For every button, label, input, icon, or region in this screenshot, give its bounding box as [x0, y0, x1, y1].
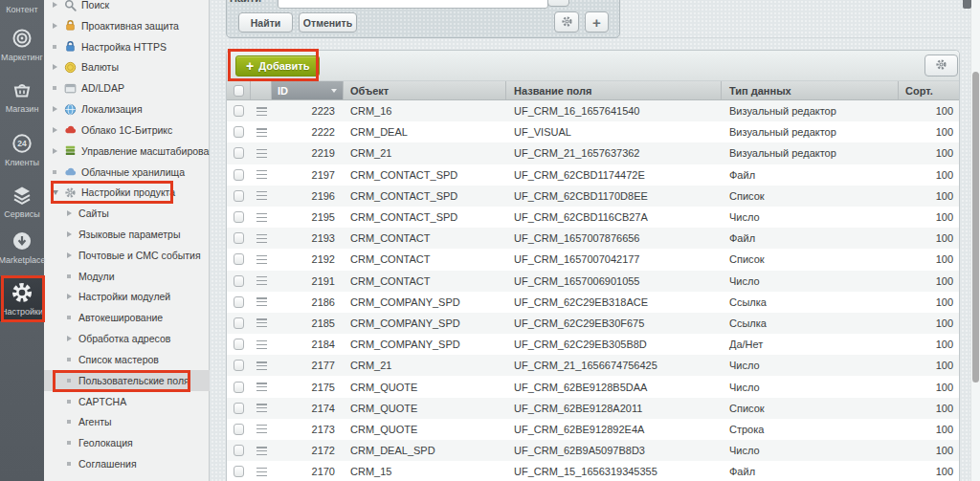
row-menu-icon[interactable] [256, 425, 267, 433]
table-row[interactable]: 2177CRM_21UF_CRM_21_1656674756425Число10… [227, 355, 959, 376]
row-menu-icon[interactable] [256, 361, 267, 370]
row-checkbox[interactable] [234, 296, 244, 308]
sidebar-item-обработка-адресов[interactable]: Обработка адресов [44, 328, 210, 349]
filter-top-button[interactable] [547, 0, 569, 7]
filter-settings-button[interactable] [554, 11, 579, 33]
find-button[interactable]: Найти [238, 12, 293, 33]
row-checkbox[interactable] [234, 275, 244, 287]
sidebar-item-автокеширование[interactable]: Автокеширование [44, 307, 210, 328]
sidebar-item-языковые-параметры[interactable]: Языковые параметры [44, 224, 210, 245]
row-menu-icon[interactable] [256, 107, 267, 116]
table-row[interactable]: 2193CRM_CONTACTUF_CRM_1657007876656Файл1… [227, 228, 959, 249]
row-checkbox[interactable] [234, 253, 244, 265]
row-menu-icon[interactable] [256, 170, 267, 179]
row-menu-icon[interactable] [256, 468, 267, 476]
column-header-data-type[interactable]: Тип данных [722, 81, 899, 99]
table-row[interactable]: 2222CRM_DEALUF_VISUALВизуальный редактор… [227, 121, 959, 142]
table-row[interactable]: 2197CRM_CONTACT_SPDUF_CRM_62CBD1174472EФ… [227, 164, 959, 186]
sidebar-item-ad-ldap[interactable]: AD/LDAP [44, 77, 210, 98]
rail-item-marketing[interactable]: Маркетинг [0, 27, 44, 62]
row-menu-icon[interactable] [256, 340, 267, 349]
table-row[interactable]: 2191CRM_CONTACTUF_CRM_1657006901055Число… [227, 271, 959, 292]
sidebar-item-облачные-хранилища[interactable]: Облачные хранилища [44, 162, 210, 183]
grid-settings-button[interactable] [924, 55, 958, 77]
sidebar-item-пользовательские-поля[interactable]: Пользовательские поля [44, 370, 210, 391]
table-row[interactable]: 2195CRM_CONTACT_SPDUF_CRM_62CBD116CB27AЧ… [227, 207, 959, 228]
select-all-checkbox[interactable] [234, 85, 244, 97]
table-row[interactable]: 2174CRM_QUOTEUF_CRM_62BE9128A2011Список1… [227, 398, 959, 419]
sidebar-item-почтовые-и-смс-события[interactable]: Почтовые и СМС события [44, 245, 210, 266]
row-checkbox[interactable] [234, 190, 244, 202]
row-menu-icon[interactable] [256, 383, 267, 391]
sidebar-item-модули[interactable]: Модули [44, 266, 210, 287]
row-checkbox[interactable] [234, 403, 244, 414]
row-checkbox[interactable] [234, 339, 244, 350]
row-checkbox[interactable] [234, 317, 244, 329]
table-row[interactable]: 2175CRM_QUOTEUF_CRM_62BE9128B5DAAЧисло10… [227, 376, 959, 397]
table-row[interactable]: 2185CRM_COMPANY_SPDUF_CRM_62C29EB30F675С… [227, 313, 959, 334]
column-header-id[interactable]: ID [272, 81, 344, 99]
row-checkbox[interactable] [234, 147, 244, 159]
sidebar-item-настройка-https[interactable]: Настройка HTTPS [44, 36, 210, 57]
row-menu-icon[interactable] [256, 213, 267, 222]
scrollbar-track[interactable] [970, 0, 980, 481]
sidebar-item-captcha[interactable]: CAPTCHA [44, 391, 210, 412]
row-checkbox[interactable] [234, 466, 244, 477]
sidebar-item-проактивная-защита[interactable]: Проактивная защита [44, 15, 210, 36]
table-row[interactable]: 2219CRM_21UF_CRM_21_1657637362Визуальный… [227, 142, 959, 164]
sidebar-item-сайты[interactable]: Сайты [44, 203, 210, 224]
row-checkbox[interactable] [234, 445, 244, 456]
sidebar-item-настройки-продукта[interactable]: Настройки продукта [44, 182, 210, 203]
row-menu-icon[interactable] [256, 447, 267, 455]
row-checkbox[interactable] [234, 211, 244, 223]
sidebar-item-настройки-модулей[interactable]: Настройки модулей [44, 286, 210, 307]
row-checkbox[interactable] [234, 126, 244, 138]
cancel-button[interactable]: Отменить [299, 12, 357, 33]
row-menu-icon[interactable] [256, 404, 267, 412]
rail-item-marketplace[interactable]: Marketplace [0, 230, 44, 265]
sidebar-item-список-мастеров[interactable]: Список мастеров [44, 349, 210, 370]
scrollbar-thumb[interactable] [972, 72, 979, 383]
table-row[interactable]: 2223CRM_16UF_CRM_16_1657641540Визуальный… [227, 100, 959, 121]
row-menu-icon[interactable] [256, 255, 267, 264]
column-header-sort[interactable]: Сорт. [899, 81, 959, 99]
rail-item-shop[interactable]: Магазин [0, 78, 44, 114]
sidebar-item-валюты[interactable]: Валюты [44, 56, 210, 77]
table-row[interactable]: 2170CRM_15UF_CRM_15_1656319345355Файл100 [227, 461, 959, 481]
rail-item-content[interactable]: Контент [0, 2, 44, 14]
rail-item-clients[interactable]: 24Клиенты [0, 132, 44, 167]
row-menu-icon[interactable] [256, 191, 267, 200]
column-header-field-name[interactable]: Название поля [506, 81, 722, 99]
rail-item-settings-gear[interactable]: Настройки [0, 276, 44, 321]
row-menu-icon[interactable] [256, 276, 267, 285]
add-button[interactable]: + Добавить [235, 55, 320, 77]
row-checkbox[interactable] [234, 105, 244, 117]
table-row[interactable]: 2186CRM_COMPANY_SPDUF_CRM_62C29EB318ACEС… [227, 292, 959, 313]
sidebar-item-облако-1с-битрикс[interactable]: Облако 1С-Битрикс [44, 120, 210, 141]
sidebar-item-локализация[interactable]: Локализация [44, 98, 210, 120]
add-filter-button[interactable]: + [585, 11, 609, 33]
row-checkbox[interactable] [234, 360, 244, 371]
row-menu-icon[interactable] [256, 234, 267, 243]
table-row[interactable]: 2173CRM_QUOTEUF_CRM_62BE912892E4AСтрока1… [227, 419, 959, 440]
row-checkbox[interactable] [234, 424, 244, 435]
row-checkbox[interactable] [234, 382, 244, 393]
sidebar-item-соглашения[interactable]: Соглашения [44, 453, 210, 474]
table-row[interactable]: 2172CRM_DEAL_SPDUF_CRM_62B9A5097B8D3Числ… [227, 440, 959, 461]
search-input[interactable] [278, 0, 548, 9]
table-row[interactable]: 2196CRM_CONTACT_SPDUF_CRM_62CBD1170D8EEС… [227, 186, 959, 207]
row-menu-icon[interactable] [256, 149, 267, 158]
row-checkbox[interactable] [234, 169, 244, 181]
table-row[interactable]: 2192CRM_CONTACTUF_CRM_1657007042177Списо… [227, 249, 959, 270]
sidebar-item-геолокация[interactable]: Геолокация [44, 432, 210, 453]
sort-dropdown-icon[interactable] [331, 89, 337, 93]
rail-item-services[interactable]: Сервисы [0, 184, 44, 219]
sidebar-item-поиск[interactable]: Поиск [44, 0, 210, 15]
row-menu-icon[interactable] [256, 128, 267, 137]
row-menu-icon[interactable] [256, 318, 267, 327]
row-checkbox[interactable] [234, 232, 244, 244]
sidebar-item-агенты[interactable]: Агенты [44, 411, 210, 432]
column-header-object[interactable]: Объект [344, 81, 506, 99]
sidebar-item-управление-масштабированием[interactable]: Управление масштабированием [44, 141, 210, 162]
table-row[interactable]: 2184CRM_COMPANY_SPDUF_CRM_62C29EB305B8DД… [227, 334, 959, 355]
